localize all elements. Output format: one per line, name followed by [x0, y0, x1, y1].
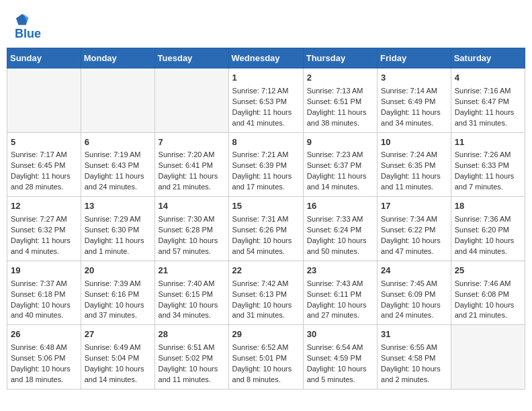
- day-number: 21: [159, 265, 225, 277]
- day-number: 20: [85, 265, 151, 277]
- sunset-text: Sunset: 6:47 PM: [455, 97, 509, 105]
- sunrise-text: Sunrise: 7:20 AM: [159, 150, 215, 158]
- sunset-text: Sunset: 6:15 PM: [159, 290, 213, 298]
- sunrise-text: Sunrise: 6:49 AM: [85, 343, 141, 351]
- day-number: 2: [307, 72, 373, 85]
- sunrise-text: Sunrise: 7:39 AM: [85, 279, 141, 287]
- calendar-day-header: Tuesday: [154, 48, 228, 68]
- day-number: 3: [381, 72, 447, 85]
- calendar-cell: 24Sunrise: 7:45 AMSunset: 6:09 PMDayligh…: [378, 261, 451, 325]
- sunrise-text: Sunrise: 7:31 AM: [232, 215, 289, 223]
- sunset-text: Sunset: 6:30 PM: [85, 226, 139, 234]
- sunrise-text: Sunrise: 7:24 AM: [381, 150, 437, 158]
- day-number: 27: [85, 328, 151, 341]
- calendar-cell: 6Sunrise: 7:19 AMSunset: 6:43 PMDaylight…: [81, 132, 154, 197]
- calendar-cell: 8Sunrise: 7:21 AMSunset: 6:39 PMDaylight…: [228, 132, 303, 197]
- daylight-text: Daylight: 11 hours and 38 minutes.: [307, 108, 367, 127]
- sunrise-text: Sunrise: 6:55 AM: [381, 343, 437, 351]
- calendar-cell: 21Sunrise: 7:40 AMSunset: 6:15 PMDayligh…: [154, 261, 228, 325]
- calendar-cell: 22Sunrise: 7:42 AMSunset: 6:13 PMDayligh…: [228, 261, 303, 325]
- calendar-cell: 23Sunrise: 7:43 AMSunset: 6:11 PMDayligh…: [303, 261, 377, 325]
- sunrise-text: Sunrise: 7:19 AM: [85, 150, 141, 158]
- sunset-text: Sunset: 6:11 PM: [307, 290, 361, 298]
- calendar-cell: 10Sunrise: 7:24 AMSunset: 6:35 PMDayligh…: [378, 132, 451, 197]
- sunrise-text: Sunrise: 7:45 AM: [381, 279, 437, 287]
- calendar-cell: 26Sunrise: 6:48 AMSunset: 5:06 PMDayligh…: [7, 325, 81, 390]
- daylight-text: Daylight: 10 hours and 31 minutes.: [232, 301, 292, 320]
- daylight-text: Daylight: 11 hours and 41 minutes.: [232, 108, 292, 127]
- calendar-cell: [7, 68, 81, 133]
- sunset-text: Sunset: 6:08 PM: [455, 290, 509, 298]
- calendar-cell: 2Sunrise: 7:13 AMSunset: 6:51 PMDaylight…: [303, 68, 377, 133]
- sunset-text: Sunset: 6:39 PM: [232, 161, 287, 169]
- sunrise-text: Sunrise: 7:27 AM: [11, 215, 67, 223]
- daylight-text: Daylight: 10 hours and 27 minutes.: [307, 301, 367, 320]
- day-number: 19: [11, 265, 77, 277]
- sunrise-text: Sunrise: 7:34 AM: [381, 215, 437, 223]
- sunset-text: Sunset: 6:53 PM: [232, 97, 287, 105]
- sunset-text: Sunset: 6:37 PM: [307, 161, 361, 169]
- calendar-day-header: Wednesday: [228, 48, 303, 68]
- sunrise-text: Sunrise: 7:42 AM: [232, 279, 289, 287]
- sunset-text: Sunset: 6:41 PM: [159, 161, 213, 169]
- calendar-day-header: Monday: [81, 48, 154, 68]
- calendar-week-row: 19Sunrise: 7:37 AMSunset: 6:18 PMDayligh…: [7, 261, 525, 325]
- sunset-text: Sunset: 6:24 PM: [307, 226, 361, 234]
- daylight-text: Daylight: 10 hours and 21 minutes.: [455, 301, 515, 320]
- sunset-text: Sunset: 6:28 PM: [159, 226, 213, 234]
- daylight-text: Daylight: 10 hours and 11 minutes.: [159, 365, 218, 383]
- daylight-text: Daylight: 10 hours and 18 minutes.: [11, 365, 71, 383]
- day-number: 13: [85, 200, 151, 213]
- sunset-text: Sunset: 5:02 PM: [159, 354, 213, 362]
- daylight-text: Daylight: 11 hours and 21 minutes.: [159, 172, 218, 191]
- calendar-cell: 7Sunrise: 7:20 AMSunset: 6:41 PMDaylight…: [154, 132, 228, 197]
- calendar-cell: 12Sunrise: 7:27 AMSunset: 6:32 PMDayligh…: [7, 197, 81, 261]
- page-header: Blue: [7, 7, 525, 44]
- calendar-cell: [81, 68, 154, 133]
- sunrise-text: Sunrise: 7:46 AM: [455, 279, 511, 287]
- sunrise-text: Sunrise: 6:48 AM: [11, 343, 67, 351]
- daylight-text: Daylight: 10 hours and 57 minutes.: [159, 236, 218, 255]
- sunrise-text: Sunrise: 7:17 AM: [11, 150, 67, 158]
- sunrise-text: Sunrise: 7:33 AM: [307, 215, 363, 223]
- sunrise-text: Sunrise: 7:12 AM: [232, 87, 289, 95]
- sunset-text: Sunset: 6:45 PM: [11, 161, 65, 169]
- daylight-text: Daylight: 10 hours and 14 minutes.: [85, 365, 144, 383]
- calendar-cell: 20Sunrise: 7:39 AMSunset: 6:16 PMDayligh…: [81, 261, 154, 325]
- sunrise-text: Sunrise: 6:52 AM: [232, 343, 289, 351]
- daylight-text: Daylight: 10 hours and 54 minutes.: [232, 236, 292, 255]
- day-number: 30: [307, 328, 373, 341]
- calendar-cell: 4Sunrise: 7:16 AMSunset: 6:47 PMDaylight…: [451, 68, 525, 133]
- calendar-cell: 1Sunrise: 7:12 AMSunset: 6:53 PMDaylight…: [228, 68, 303, 133]
- calendar-cell: [154, 68, 228, 133]
- day-number: 17: [381, 200, 447, 213]
- day-number: 24: [381, 265, 447, 277]
- sunrise-text: Sunrise: 7:16 AM: [455, 87, 511, 95]
- day-number: 7: [159, 136, 225, 149]
- day-number: 23: [307, 265, 373, 277]
- calendar-cell: 9Sunrise: 7:23 AMSunset: 6:37 PMDaylight…: [303, 132, 377, 197]
- daylight-text: Daylight: 10 hours and 24 minutes.: [381, 301, 441, 320]
- calendar-cell: 28Sunrise: 6:51 AMSunset: 5:02 PMDayligh…: [154, 325, 228, 390]
- daylight-text: Daylight: 10 hours and 50 minutes.: [307, 236, 367, 255]
- daylight-text: Daylight: 11 hours and 11 minutes.: [381, 172, 441, 191]
- day-number: 29: [232, 328, 300, 341]
- sunrise-text: Sunrise: 7:23 AM: [307, 150, 363, 158]
- day-number: 10: [381, 136, 447, 149]
- calendar-cell: 11Sunrise: 7:26 AMSunset: 6:33 PMDayligh…: [451, 132, 525, 197]
- day-number: 11: [455, 136, 521, 149]
- calendar-cell: 18Sunrise: 7:36 AMSunset: 6:20 PMDayligh…: [451, 197, 525, 261]
- sunrise-text: Sunrise: 7:26 AM: [455, 150, 511, 158]
- day-number: 28: [159, 328, 225, 341]
- daylight-text: Daylight: 11 hours and 7 minutes.: [455, 172, 515, 191]
- sunrise-text: Sunrise: 7:37 AM: [11, 279, 67, 287]
- daylight-text: Daylight: 10 hours and 40 minutes.: [11, 301, 71, 320]
- sunset-text: Sunset: 6:51 PM: [307, 97, 361, 105]
- sunrise-text: Sunrise: 7:30 AM: [159, 215, 215, 223]
- sunset-text: Sunset: 6:35 PM: [381, 161, 435, 169]
- calendar-cell: 29Sunrise: 6:52 AMSunset: 5:01 PMDayligh…: [228, 325, 303, 390]
- sunset-text: Sunset: 6:09 PM: [381, 290, 435, 298]
- daylight-text: Daylight: 11 hours and 31 minutes.: [455, 108, 515, 127]
- sunset-text: Sunset: 6:33 PM: [455, 161, 509, 169]
- day-number: 4: [455, 72, 521, 85]
